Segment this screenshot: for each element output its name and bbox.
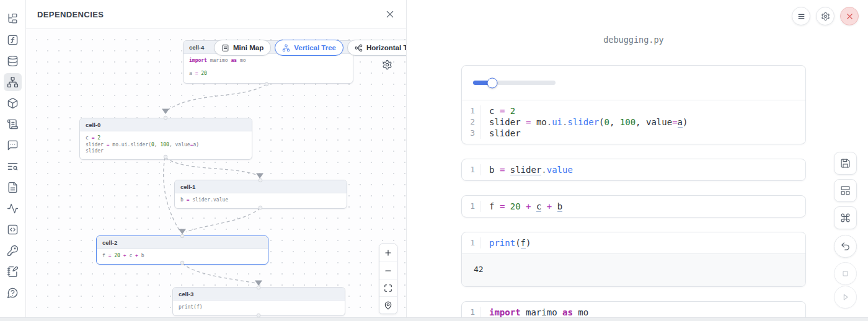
code-editor[interactable]: 1print(f) [462,232,805,253]
list-search-icon[interactable] [4,157,22,175]
menu-icon[interactable] [792,7,810,25]
dependency-graph-canvas[interactable]: Mini MapVertical TreeHorizontal Tree cel… [26,29,406,317]
code-token: . [541,165,546,175]
code-token: 100 [160,142,169,147]
graph-node-cell-2[interactable]: cell-2f = 20 + c + b [96,235,268,265]
bottom-scrollbar[interactable] [0,317,868,321]
left-sidebar [0,0,26,317]
slider-widget[interactable] [473,81,556,85]
code-editor[interactable]: 1f = 20 + c + b [462,196,805,217]
graph-view-toolbar: Mini MapVertical TreeHorizontal Tree [214,40,406,56]
undo-icon[interactable] [834,235,857,258]
mini-map-icon [221,44,229,52]
graph-node-title: cell-0 [80,118,252,131]
code-token: , [154,142,161,147]
code-token: ui [552,117,562,127]
graph-node-cell-3[interactable]: cell-3print(f) [172,287,345,316]
graph-node-code-line: c = 2 [86,135,246,142]
graph-edge-cell-0-to-cell-1 [166,157,258,175]
code-token: value [641,117,673,127]
layout-panels-icon[interactable] [834,179,857,202]
help-circle-icon[interactable] [4,284,22,302]
file-text-icon[interactable] [4,178,22,196]
dependencies-title: DEPENDENCIES [37,10,104,19]
code-token: a [189,71,195,76]
code-token: import [489,307,521,317]
code-line: 1print(f) [462,237,805,248]
code-text: c = 2 [489,105,515,117]
notebook-pen-icon[interactable] [4,263,22,281]
code-token: 2 [97,135,100,141]
code-line: 1import marimo as mo [462,307,805,317]
dependencies-network-icon[interactable] [4,73,22,91]
code-token: 2 [510,106,515,116]
fit-view-icon[interactable] [379,279,397,296]
slider-thumb[interactable] [487,77,497,88]
package-box-icon[interactable] [4,94,22,112]
code-token: ) [683,117,688,127]
close-icon[interactable] [385,9,395,19]
code-line: 1c = 2 [462,105,805,117]
graph-node-code: b = slider.value [175,193,347,208]
key-icon[interactable] [4,242,22,260]
code-token: f [102,253,108,258]
code-token: slider [489,117,521,127]
code-token [494,165,499,175]
code-editor[interactable]: 1import marimo as mo2 [462,302,805,317]
gear-icon[interactable] [382,59,392,70]
code-token: c [126,253,135,258]
code-token: print [489,238,515,248]
view-button-horizontal-tree[interactable]: Horizontal Tree [347,40,406,56]
graph-node-cell-0[interactable]: cell-0c = 2slider = mo.ui.slider(0, 100,… [79,118,252,160]
save-icon[interactable] [834,152,857,175]
view-button-label: Horizontal Tree [366,44,406,51]
code-token: slider [489,128,521,138]
graph-zoom-controls [379,244,397,314]
code-text: b = slider.value [489,164,573,175]
code-token [614,117,619,127]
line-number: 1 [462,164,481,175]
view-button-vertical-tree[interactable]: Vertical Tree [275,40,343,56]
gear-icon[interactable] [816,7,835,25]
graph-node-code: f = 20 + c + b [97,249,268,264]
horizontal-tree-icon [355,44,363,52]
scroll-text-icon[interactable] [4,115,22,133]
command-icon[interactable] [834,206,857,229]
code-editor[interactable]: 1b = slider.value [462,159,805,180]
zoom-out-icon[interactable] [379,262,397,279]
code-token: a [678,117,683,128]
database-icon[interactable] [4,52,22,70]
zoom-in-icon[interactable] [379,244,397,262]
notebook-cell-f-cell: 1f = 20 + c + b [461,195,806,218]
dependencies-header: DEPENDENCIES [26,0,406,29]
view-button-mini-map[interactable]: Mini Map [214,40,271,56]
chat-bubble-icon[interactable] [4,136,22,154]
code-line: 3slider [462,128,805,139]
graph-node-title: cell-2 [97,236,268,249]
code-square-icon[interactable] [4,221,22,239]
code-token [552,201,557,211]
line-number: 1 [462,237,481,248]
code-token: slider [86,148,104,154]
activity-pulse-icon[interactable] [4,200,22,218]
locate-pin-icon[interactable] [379,296,397,314]
graph-node-code-line: slider [86,148,246,155]
file-tree-icon[interactable] [4,10,22,28]
graph-node-code-line: slider = mo.ui.slider(0, 100, value=a) [86,142,246,149]
code-token: 20 [201,71,207,76]
function-square-icon[interactable] [4,31,22,49]
code-token: . [547,117,552,127]
code-token: marimo [521,307,562,317]
code-token [494,201,499,211]
stop-icon[interactable] [834,262,857,285]
code-token: b [138,253,144,258]
notebook-filename[interactable]: debugging.py [461,35,806,45]
graph-node-code-line: b = slider.value [180,197,341,204]
graph-node-code-line: a = 20 [189,71,347,77]
graph-node-cell-1[interactable]: cell-1b = slider.value [174,180,347,209]
graph-edge-cell-2-to-cell-3 [182,263,256,283]
code-editor[interactable]: 1c = 22slider = mo.ui.slider(0, 100, val… [462,100,805,144]
edge-arrowhead-icon [256,174,264,179]
dependencies-panel: DEPENDENCIES Mini MapVertical TreeHorizo… [26,0,407,317]
run-icon[interactable] [834,286,857,309]
